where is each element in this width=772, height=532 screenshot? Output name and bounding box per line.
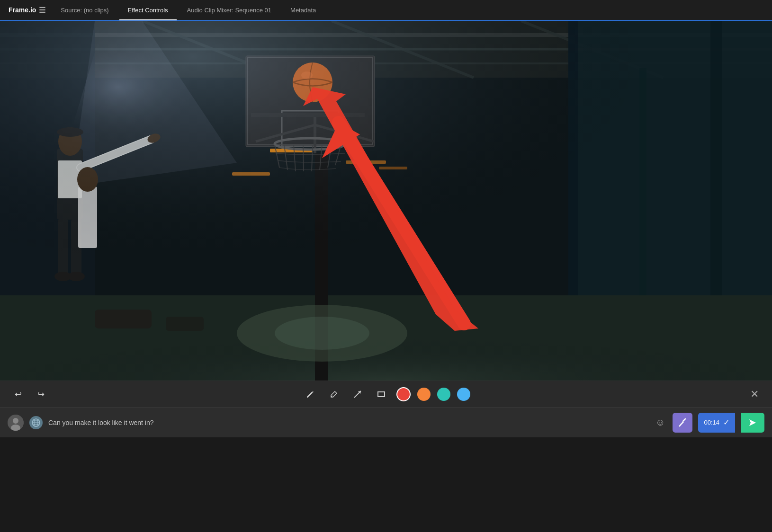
- arrow-tool[interactable]: [349, 386, 366, 403]
- color-red[interactable]: [396, 387, 411, 401]
- menu-icon[interactable]: ☰: [39, 6, 45, 15]
- undo-button[interactable]: ↩: [9, 386, 27, 403]
- send-button[interactable]: [741, 413, 764, 433]
- logo-text: Frame.io: [9, 6, 36, 14]
- timestamp-value: 00:14: [704, 419, 719, 426]
- tab-effect-controls[interactable]: Effect Controls: [119, 0, 177, 20]
- pen-tool[interactable]: [325, 386, 342, 403]
- tab-audio-mixer[interactable]: Audio Clip Mixer: Sequence 01: [179, 0, 280, 20]
- tab-metadata[interactable]: Metadata: [282, 0, 324, 20]
- undo-redo-group: ↩ ↪: [9, 386, 49, 403]
- rectangle-tool[interactable]: [373, 386, 390, 403]
- emoji-button[interactable]: ☺: [654, 415, 667, 430]
- check-icon: ✓: [723, 418, 729, 427]
- redo-button[interactable]: ↪: [32, 386, 49, 403]
- globe-icon[interactable]: [29, 416, 43, 429]
- video-container: [0, 21, 772, 381]
- arrow-tool-icon: [352, 389, 363, 399]
- svg-marker-79: [749, 419, 756, 426]
- send-icon: [748, 418, 757, 427]
- comment-input[interactable]: [48, 419, 648, 426]
- tab-source[interactable]: Source: (no clips): [52, 0, 117, 20]
- svg-line-78: [683, 419, 685, 421]
- brush-annotation-button[interactable]: [673, 413, 692, 433]
- pen-icon: [329, 390, 339, 399]
- app-logo[interactable]: Frame.io ☰: [4, 6, 50, 15]
- pencil-tool[interactable]: [302, 386, 319, 403]
- color-orange[interactable]: [417, 388, 431, 401]
- svg-rect-69: [378, 392, 385, 397]
- svg-point-71: [13, 418, 18, 424]
- user-avatar: [8, 415, 24, 431]
- color-teal[interactable]: [437, 388, 450, 401]
- close-button[interactable]: ✕: [746, 384, 763, 404]
- pencil-icon: [305, 390, 315, 399]
- color-blue[interactable]: [457, 388, 470, 401]
- avatar-icon: [8, 415, 24, 431]
- rectangle-tool-icon: [377, 390, 386, 399]
- bottom-bar: ☺ 00:14 ✓: [0, 407, 772, 437]
- toolbar-right: ✕: [746, 384, 763, 404]
- brush-icon: [677, 417, 688, 428]
- timestamp-button[interactable]: 00:14 ✓: [698, 413, 735, 433]
- tab-bar: Frame.io ☰ Source: (no clips) Effect Con…: [0, 0, 772, 21]
- drawing-toolbar: ↩ ↪: [0, 381, 772, 407]
- tools-group: [302, 386, 470, 403]
- globe-svg: [31, 418, 41, 427]
- scene-svg: [0, 21, 772, 381]
